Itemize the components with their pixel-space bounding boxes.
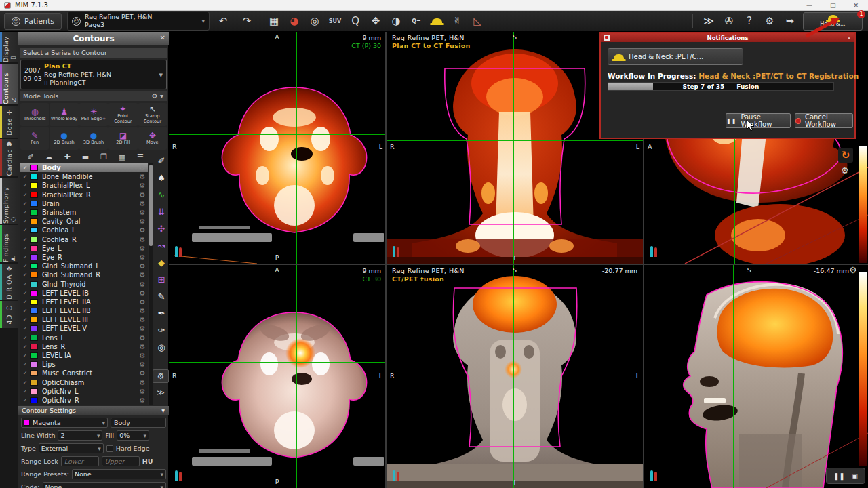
tab-findings[interactable]: Findings ⚑ — [0, 225, 18, 262]
contour-color-swatch[interactable] — [30, 182, 38, 188]
remove-contour-icon[interactable]: ▬ — [78, 152, 93, 162]
contour-color-swatch[interactable] — [30, 290, 38, 296]
viewport-gear-icon[interactable]: ⚙ — [841, 165, 849, 176]
contour-gear-icon[interactable]: ⚙ — [137, 316, 148, 323]
circle-tool-icon[interactable]: ◎ — [155, 342, 167, 352]
close-button[interactable]: ✕ — [853, 2, 859, 9]
contour-color-swatch[interactable] — [30, 227, 38, 233]
cancel-workflow-button[interactable]: Cancel Workflow — [795, 113, 853, 128]
smart-brush-icon[interactable]: ✐ — [155, 155, 167, 166]
mode-tool-2d-brush[interactable]: ●2D Brush — [50, 127, 78, 150]
scrollbar-thumb[interactable] — [149, 165, 153, 246]
interpolation-icon[interactable]: ∿ — [155, 189, 167, 200]
contour-gear-icon[interactable]: ⚙ — [137, 245, 148, 252]
axes-grid-icon[interactable]: ✣ — [155, 223, 167, 234]
mode-tool-pen[interactable]: ✎Pen — [20, 127, 49, 150]
pan-hand-icon[interactable]: ✥ — [366, 12, 385, 30]
visibility-check-icon[interactable]: ✓ — [20, 272, 30, 278]
contour-color-swatch[interactable] — [30, 308, 38, 314]
contour-row[interactable]: ✓Musc_Constrict⚙ — [20, 369, 148, 378]
contour-settings-header[interactable]: Contour Settings▾ — [18, 406, 169, 415]
contour-color-swatch[interactable] — [30, 218, 38, 224]
visibility-check-icon[interactable]: ✓ — [20, 361, 30, 367]
visibility-check-icon[interactable]: ✓ — [20, 192, 30, 198]
contour-gear-icon[interactable]: ⚙ — [137, 281, 148, 288]
contour-gear-icon[interactable]: ⚙ — [137, 379, 148, 386]
shovel-tool-icon[interactable]: ♠ — [155, 172, 167, 183]
stamp-pen-icon[interactable]: ✑ — [155, 325, 167, 336]
workflow-chip[interactable]: Head & Neck :PET/C... — [608, 48, 743, 65]
viewport-axial-ct-pet[interactable]: A R L P 9 mm CT 30 — [169, 265, 385, 488]
range-lower-input[interactable]: Lower — [61, 456, 99, 466]
contour-row[interactable]: ✓Glnd_Thyroid⚙ — [20, 279, 148, 288]
mode-tool-move[interactable]: ✥Move — [138, 127, 167, 150]
mode-tool-whole-body[interactable]: ♟Whole Body — [50, 103, 78, 126]
settings-gear-icon[interactable]: ⚙ — [760, 12, 779, 30]
contour-color-swatch[interactable] — [30, 380, 38, 386]
contour-gear-icon[interactable]: ⚙ — [137, 236, 148, 243]
collapse-icon[interactable]: ▴ — [848, 35, 850, 41]
visibility-check-icon[interactable]: ✓ — [20, 388, 30, 394]
viewport-sagittal-ct-pet[interactable]: S -16.47 mm P — [644, 265, 868, 488]
contour-color-swatch[interactable] — [30, 263, 38, 269]
save-grid-icon[interactable]: ▦ — [115, 152, 130, 162]
code-dropdown[interactable]: None▾ — [43, 482, 166, 488]
contour-color-swatch[interactable] — [30, 325, 38, 331]
visibility-check-icon[interactable]: ✓ — [20, 290, 30, 296]
visibility-check-icon[interactable]: ✓ — [20, 201, 30, 207]
visibility-check-icon[interactable]: ✓ — [20, 174, 30, 180]
contour-gear-icon[interactable]: ⚙ — [137, 369, 148, 377]
capture-region-icon[interactable]: ◎ — [305, 12, 324, 30]
contour-row[interactable]: ✓Brain⚙ — [20, 199, 148, 208]
contour-gear-icon[interactable]: ⚙ — [137, 352, 148, 359]
contour-gear-icon[interactable]: ⚙ — [137, 343, 148, 350]
contour-row[interactable]: ✓LEFT LEVEL V⚙ — [20, 324, 148, 333]
contour-row[interactable]: ✓OpticChiasm⚙ — [20, 378, 148, 387]
folder-icon[interactable]: ❐ — [96, 152, 111, 162]
marker-tool-icon[interactable]: ✒ — [155, 308, 167, 319]
grid-tool-icon[interactable]: ⊞ — [155, 274, 167, 285]
visibility-check-icon[interactable]: ✓ — [20, 299, 30, 305]
contour-row[interactable]: ✓Bone_Mandible⚙ — [20, 172, 148, 181]
contour-row[interactable]: ✓OpticNrv_L⚙ — [20, 387, 148, 396]
contour-row[interactable]: ✓OpticNrv_R⚙ — [20, 396, 148, 405]
range-upper-input[interactable]: Upper — [102, 456, 140, 466]
lasso-curve-icon[interactable]: ↝ — [155, 240, 167, 251]
visibility-check-icon[interactable]: ✓ — [20, 263, 30, 269]
contour-gear-icon[interactable]: ⚙ — [137, 200, 148, 207]
cloud-icon[interactable]: ☁ — [41, 152, 56, 162]
contour-gear-icon[interactable]: ⚙ — [137, 173, 148, 180]
contour-gear-icon[interactable]: ⚙ — [137, 253, 148, 261]
contour-gear-icon[interactable]: ⚙ — [137, 361, 148, 368]
mode-tools-gear-icon[interactable]: ⚙ ▾ — [152, 92, 163, 101]
mode-tool-stamp-contour[interactable]: ↖Stamp Contour — [138, 103, 167, 126]
viewport-gear-icon[interactable]: ⚙ — [849, 265, 857, 275]
suv-icon[interactable]: SUV — [326, 12, 344, 30]
contour-color-swatch[interactable] — [30, 361, 38, 367]
contour-row[interactable]: ✓Cavity_Oral⚙ — [20, 217, 148, 226]
visibility-check-icon[interactable]: ✓ — [20, 317, 30, 323]
strip-more-button[interactable]: ≫ — [154, 388, 167, 398]
contour-color-swatch[interactable] — [30, 192, 38, 198]
gloves-icon[interactable]: ✌ — [448, 12, 467, 30]
visibility-check-icon[interactable]: ✓ — [20, 237, 30, 243]
window-level-contrast-icon[interactable]: ◑ — [387, 12, 406, 30]
pencil-tool-icon[interactable]: ✎ — [155, 291, 167, 302]
pause-workflow-button[interactable]: ❚❚ Pause Workflow — [726, 113, 791, 128]
notifications-titlebar[interactable]: Notifications ▴ — [601, 33, 854, 42]
contour-row[interactable]: ✓Lens_R⚙ — [20, 342, 148, 351]
visibility-check-icon[interactable]: ✓ — [20, 227, 30, 233]
tab-4d[interactable]: 4D ◷ — [0, 301, 18, 328]
contour-row[interactable]: ✓BrachialPlex_L⚙ — [20, 181, 148, 190]
contour-color-swatch[interactable] — [30, 335, 38, 341]
session-tab[interactable]: ☺ Reg Refine PET, H&N Page3 ▾ — [67, 12, 210, 30]
color-dropdown[interactable]: Magenta ▾ — [21, 418, 108, 428]
sort-list-icon[interactable]: ☰ — [133, 152, 148, 162]
fusion-blend-icon[interactable]: ◕ — [285, 12, 304, 30]
contour-row[interactable]: ✓Eye_L⚙ — [20, 244, 148, 253]
line-width-dropdown[interactable]: 2▾ — [58, 430, 102, 441]
visibility-check-icon[interactable]: ✓ — [20, 165, 30, 171]
contour-color-swatch[interactable] — [30, 245, 38, 251]
viewport-coronal-ct-pet[interactable]: Reg Refine PET, H&N CT/PET fusion -20.77… — [387, 265, 643, 488]
fill-dropdown[interactable]: 0%▾ — [117, 430, 149, 441]
